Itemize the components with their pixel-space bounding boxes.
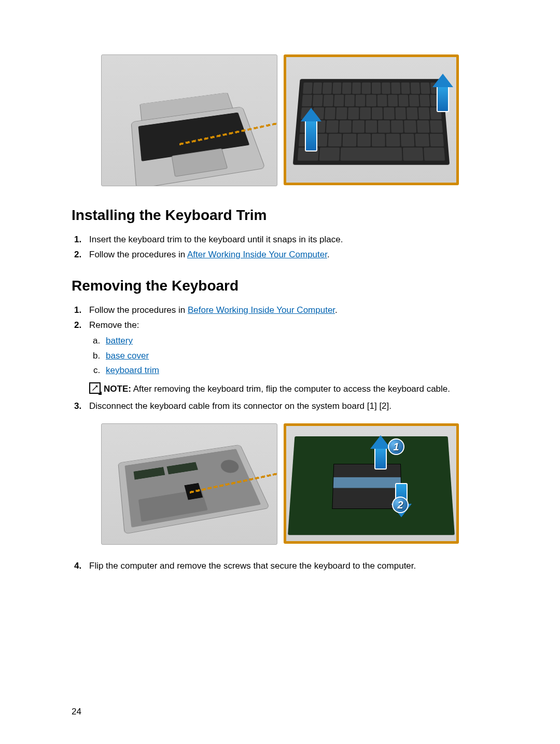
link-battery[interactable]: battery	[106, 336, 133, 346]
figure-panel-left	[101, 54, 277, 186]
figure-frame	[101, 54, 459, 186]
figure-panel-left	[101, 423, 277, 545]
step-text: Remove the:	[89, 320, 139, 330]
link-base-cover[interactable]: base cover	[106, 351, 149, 361]
heading-installing-keyboard-trim: Installing the Keyboard Trim	[72, 207, 488, 224]
figure-panel-right	[284, 54, 459, 185]
note-label: NOTE:	[104, 384, 131, 394]
remove-step-2: Remove the: battery base cover keyboard …	[84, 319, 488, 396]
note-text: NOTE: After removing the keyboard trim, …	[104, 382, 450, 396]
install-step-1: Insert the keyboard trim to the keyboard…	[84, 233, 488, 246]
link-keyboard-trim[interactable]: keyboard trim	[106, 365, 159, 375]
figure-frame: 1 2	[101, 423, 459, 545]
figure-keyboard-cable: 1 2	[101, 423, 459, 545]
remove-step-4: Flip the computer and remove the screws …	[84, 559, 488, 573]
removing-steps-list: Follow the procedures in Before Working …	[72, 304, 488, 413]
installing-steps-list: Insert the keyboard trim to the keyboard…	[72, 233, 488, 262]
step-text-after: .	[335, 305, 338, 315]
bottom-chassis-illustration	[118, 445, 270, 534]
figure-panel-right: 1 2	[284, 423, 459, 544]
step-text-before: Follow the procedures in	[89, 250, 187, 259]
remove-sublist: battery base cover keyboard trim	[89, 334, 488, 377]
removing-steps-list-cont: Flip the computer and remove the screws …	[72, 559, 488, 573]
motherboard-closeup	[288, 436, 455, 535]
sublist-item-battery: battery	[103, 334, 488, 348]
heading-removing-keyboard: Removing the Keyboard	[72, 278, 488, 294]
sublist-item-basecover: base cover	[103, 349, 488, 363]
remove-step-3: Disconnect the keyboard cable from its c…	[84, 399, 488, 413]
step-text: Insert the keyboard trim to the keyboard…	[89, 235, 343, 244]
install-step-2: Follow the procedures in After Working I…	[84, 248, 488, 261]
step-text: Flip the computer and remove the screws …	[89, 561, 416, 571]
document-page: Installing the Keyboard Trim Insert the …	[0, 0, 560, 716]
step-text-after: .	[327, 250, 330, 259]
note-block: NOTE: After removing the keyboard trim, …	[89, 382, 488, 396]
note-body: After removing the keyboard trim, flip t…	[131, 384, 450, 394]
sublist-item-keyboardtrim: keyboard trim	[103, 364, 488, 377]
ribbon-cable	[332, 464, 402, 509]
figure-keyboard-trim	[101, 54, 459, 186]
page-number: 24	[72, 707, 81, 717]
note-icon	[89, 382, 101, 394]
callout-badge-2: 2	[392, 497, 409, 513]
link-before-working-inside[interactable]: Before Working Inside Your Computer	[188, 305, 335, 315]
link-after-working-inside[interactable]: After Working Inside Your Computer	[187, 250, 327, 259]
remove-step-1: Follow the procedures in Before Working …	[84, 304, 488, 317]
step-text-before: Follow the procedures in	[89, 305, 188, 315]
laptop-illustration	[128, 70, 265, 186]
arrow-up-icon	[437, 85, 449, 112]
arrow-up-icon	[305, 119, 317, 151]
arrow-up-icon	[374, 447, 387, 470]
callout-badge-1: 1	[388, 438, 404, 455]
step-text: Disconnect the keyboard cable from its c…	[89, 401, 391, 411]
